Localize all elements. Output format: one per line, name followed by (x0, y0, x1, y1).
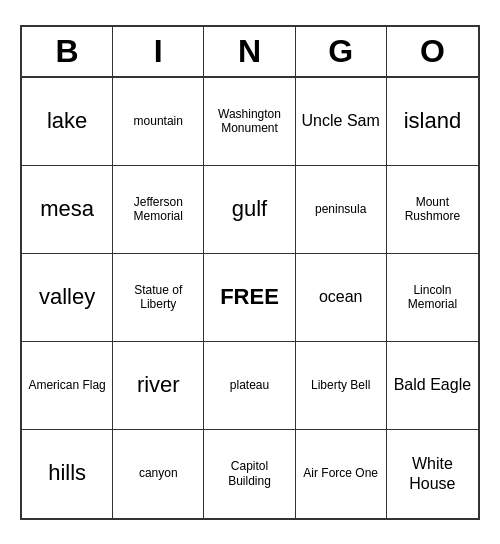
header-letter: B (22, 27, 113, 76)
bingo-cell-10[interactable]: valley (22, 254, 113, 342)
header-letter: I (113, 27, 204, 76)
cell-text: Bald Eagle (394, 375, 471, 394)
bingo-cell-23[interactable]: Air Force One (296, 430, 387, 518)
cell-text: mesa (40, 196, 94, 222)
bingo-cell-15[interactable]: American Flag (22, 342, 113, 430)
bingo-cell-9[interactable]: Mount Rushmore (387, 166, 478, 254)
cell-text: ocean (319, 287, 363, 306)
cell-text: island (404, 108, 461, 134)
cell-text: Lincoln Memorial (391, 283, 474, 312)
cell-text: river (137, 372, 180, 398)
bingo-cell-24[interactable]: White House (387, 430, 478, 518)
header-letter: N (204, 27, 295, 76)
bingo-cell-12[interactable]: FREE (204, 254, 295, 342)
cell-text: Capitol Building (208, 459, 290, 488)
cell-text: Statue of Liberty (117, 283, 199, 312)
cell-text: American Flag (28, 378, 105, 392)
bingo-grid: lakemountainWashington MonumentUncle Sam… (22, 78, 478, 518)
cell-text: Jefferson Memorial (117, 195, 199, 224)
cell-text: mountain (134, 114, 183, 128)
bingo-cell-1[interactable]: mountain (113, 78, 204, 166)
cell-text: canyon (139, 466, 178, 480)
bingo-cell-5[interactable]: mesa (22, 166, 113, 254)
bingo-cell-6[interactable]: Jefferson Memorial (113, 166, 204, 254)
cell-text: FREE (220, 284, 279, 310)
cell-text: peninsula (315, 202, 366, 216)
bingo-cell-4[interactable]: island (387, 78, 478, 166)
bingo-cell-13[interactable]: ocean (296, 254, 387, 342)
header-letter: O (387, 27, 478, 76)
bingo-cell-19[interactable]: Bald Eagle (387, 342, 478, 430)
header-letter: G (296, 27, 387, 76)
bingo-cell-21[interactable]: canyon (113, 430, 204, 518)
cell-text: Air Force One (303, 466, 378, 480)
bingo-cell-0[interactable]: lake (22, 78, 113, 166)
bingo-cell-11[interactable]: Statue of Liberty (113, 254, 204, 342)
bingo-cell-2[interactable]: Washington Monument (204, 78, 295, 166)
cell-text: valley (39, 284, 95, 310)
cell-text: Uncle Sam (302, 111, 380, 130)
bingo-cell-3[interactable]: Uncle Sam (296, 78, 387, 166)
cell-text: Washington Monument (208, 107, 290, 136)
bingo-header: BINGO (22, 27, 478, 78)
bingo-cell-14[interactable]: Lincoln Memorial (387, 254, 478, 342)
cell-text: Mount Rushmore (391, 195, 474, 224)
bingo-cell-8[interactable]: peninsula (296, 166, 387, 254)
cell-text: White House (391, 454, 474, 492)
cell-text: lake (47, 108, 87, 134)
bingo-cell-20[interactable]: hills (22, 430, 113, 518)
bingo-cell-16[interactable]: river (113, 342, 204, 430)
bingo-cell-18[interactable]: Liberty Bell (296, 342, 387, 430)
cell-text: Liberty Bell (311, 378, 370, 392)
bingo-cell-22[interactable]: Capitol Building (204, 430, 295, 518)
bingo-card: BINGO lakemountainWashington MonumentUnc… (20, 25, 480, 520)
bingo-cell-7[interactable]: gulf (204, 166, 295, 254)
cell-text: gulf (232, 196, 267, 222)
cell-text: plateau (230, 378, 269, 392)
cell-text: hills (48, 460, 86, 486)
bingo-cell-17[interactable]: plateau (204, 342, 295, 430)
